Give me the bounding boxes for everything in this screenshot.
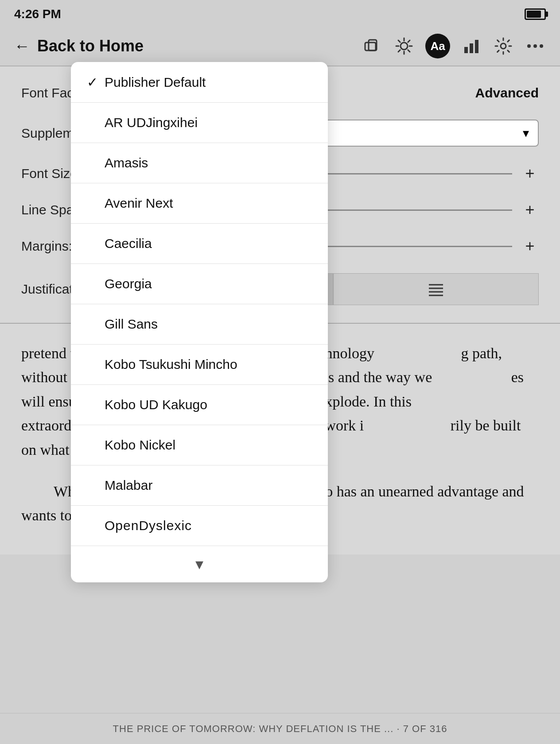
svg-rect-13 — [475, 40, 478, 53]
font-list-item[interactable]: Avenir Next — [71, 183, 328, 224]
font-name-label: Kobo Nickel — [105, 438, 312, 453]
font-name-label: Kobo UD Kakugo — [105, 397, 312, 412]
dropdown-more-chevron: ▾ — [195, 555, 203, 574]
font-list-item[interactable]: Georgia — [71, 264, 328, 304]
more-icon[interactable] — [525, 35, 546, 57]
svg-point-15 — [527, 44, 531, 48]
font-list-item[interactable]: AR UDJingxihei — [71, 103, 328, 143]
status-bar: 4:26 PM — [0, 0, 560, 27]
font-name-label: Publisher Default — [105, 75, 312, 90]
svg-line-10 — [398, 50, 400, 52]
svg-rect-11 — [464, 47, 468, 53]
font-list-item[interactable]: Gill Sans — [71, 304, 328, 345]
status-time: 4:26 PM — [14, 7, 61, 21]
font-list: ✓Publisher DefaultAR UDJingxiheiAmasisAv… — [71, 62, 328, 546]
font-list-item[interactable]: Malabar — [71, 465, 328, 506]
battery-icon — [525, 8, 546, 20]
font-name-label: OpenDyslexic — [105, 518, 312, 533]
font-name-label: Avenir Next — [105, 196, 312, 211]
chart-icon[interactable] — [461, 35, 482, 57]
font-name-label: Amasis — [105, 155, 312, 170]
dropdown-more-button[interactable]: ▾ — [71, 546, 328, 582]
brightness-icon[interactable] — [393, 35, 415, 57]
font-name-label: Georgia — [105, 276, 312, 291]
font-list-item[interactable]: OpenDyslexic — [71, 506, 328, 546]
advanced-link[interactable]: Advanced — [475, 85, 539, 101]
font-size-plus[interactable]: + — [521, 164, 539, 183]
book-footer: THE PRICE OF TOMORROW: WHY DEFLATION IS … — [0, 713, 560, 744]
svg-point-16 — [533, 44, 537, 48]
svg-rect-12 — [470, 43, 473, 53]
svg-rect-0 — [365, 43, 376, 50]
font-dropdown-overlay: ✓Publisher DefaultAR UDJingxiheiAmasisAv… — [71, 62, 328, 582]
supplemental-dropdown[interactable]: ▾ — [317, 120, 539, 147]
nav-left: ← Back to Home — [14, 37, 144, 55]
theme-icon[interactable] — [362, 35, 383, 57]
svg-point-2 — [401, 43, 408, 50]
font-settings-icon[interactable]: Aa — [425, 34, 450, 58]
margins-plus[interactable]: + — [521, 237, 539, 256]
font-list-item[interactable]: ✓Publisher Default — [71, 62, 328, 103]
svg-line-8 — [408, 50, 410, 52]
gear-icon[interactable] — [493, 35, 514, 57]
aa-label: Aa — [430, 39, 445, 53]
supplemental-chevron-icon: ▾ — [523, 126, 529, 140]
font-list-item[interactable]: Kobo Nickel — [71, 425, 328, 465]
svg-point-17 — [540, 44, 543, 48]
font-list-item[interactable]: Amasis — [71, 143, 328, 183]
font-name-label: Caecilia — [105, 236, 312, 251]
book-footer-text: THE PRICE OF TOMORROW: WHY DEFLATION IS … — [113, 723, 447, 735]
font-list-item[interactable]: Kobo Tsukushi Mincho — [71, 345, 328, 385]
status-icons — [525, 8, 546, 20]
svg-line-9 — [408, 40, 410, 42]
nav-right: Aa — [362, 34, 546, 58]
font-check-icon: ✓ — [87, 74, 105, 90]
font-list-item[interactable]: Caecilia — [71, 224, 328, 264]
font-name-label: Malabar — [105, 478, 312, 493]
font-list-item[interactable]: Kobo UD Kakugo — [71, 385, 328, 425]
svg-point-14 — [501, 43, 506, 49]
font-name-label: Kobo Tsukushi Mincho — [105, 357, 312, 372]
line-spacing-plus[interactable]: + — [521, 201, 539, 219]
nav-bar: ← Back to Home Aa — [0, 27, 560, 66]
svg-line-7 — [398, 40, 400, 42]
back-to-home-label[interactable]: Back to Home — [37, 37, 144, 55]
back-arrow-icon[interactable]: ← — [14, 37, 30, 55]
font-name-label: AR UDJingxihei — [105, 115, 312, 130]
justify-full-button[interactable] — [333, 273, 539, 305]
font-name-label: Gill Sans — [105, 317, 312, 332]
